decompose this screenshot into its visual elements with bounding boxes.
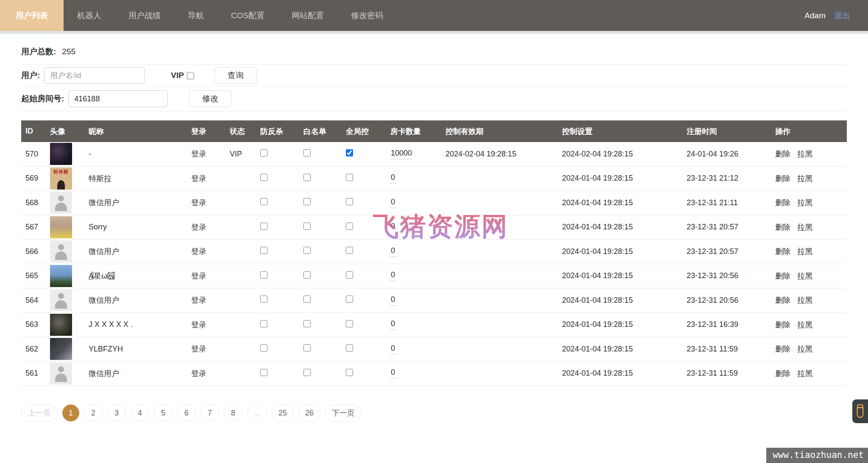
global-control-checkbox[interactable] bbox=[346, 344, 353, 351]
login-link[interactable]: 登录 bbox=[191, 369, 206, 378]
room-cards-value[interactable]: 0 bbox=[390, 198, 396, 208]
floating-tool-button[interactable] bbox=[852, 399, 868, 423]
delete-link[interactable]: 删除 bbox=[775, 296, 790, 304]
global-control-checkbox[interactable] bbox=[346, 320, 353, 327]
delete-link[interactable]: 删除 bbox=[775, 272, 790, 280]
whitelist-checkbox[interactable] bbox=[303, 296, 311, 303]
blacklist-link[interactable]: 拉黑 bbox=[797, 345, 812, 353]
login-link[interactable]: 登录 bbox=[191, 247, 206, 256]
login-link[interactable]: 登录 bbox=[191, 272, 206, 280]
delete-link[interactable]: 删除 bbox=[775, 198, 790, 207]
whitelist-checkbox[interactable] bbox=[303, 344, 311, 351]
blacklist-link[interactable]: 拉黑 bbox=[797, 174, 812, 183]
whitelist-checkbox[interactable] bbox=[303, 369, 311, 376]
user-search-input[interactable] bbox=[44, 67, 145, 84]
room-cards-value[interactable]: 0 bbox=[390, 295, 396, 306]
next-page-button[interactable]: 下一页 bbox=[325, 404, 362, 421]
page-button[interactable]: 6 bbox=[177, 404, 196, 421]
nav-tab[interactable]: COS配置 bbox=[217, 0, 278, 31]
blacklist-link[interactable]: 拉黑 bbox=[797, 296, 812, 304]
avatar bbox=[50, 314, 72, 336]
global-control-checkbox[interactable] bbox=[346, 369, 353, 376]
delete-link[interactable]: 删除 bbox=[775, 150, 790, 158]
anti-kill-checkbox[interactable] bbox=[260, 149, 267, 156]
whitelist-checkbox[interactable] bbox=[303, 149, 311, 156]
blacklist-link[interactable]: 拉黑 bbox=[797, 150, 812, 158]
blacklist-link[interactable]: 拉黑 bbox=[797, 198, 812, 207]
page-button[interactable]: 8 bbox=[224, 404, 242, 421]
whitelist-checkbox[interactable] bbox=[303, 198, 311, 205]
anti-kill-checkbox[interactable] bbox=[260, 296, 267, 303]
global-control-checkbox[interactable] bbox=[346, 223, 353, 230]
global-control-checkbox[interactable] bbox=[346, 271, 353, 279]
blacklist-link[interactable]: 拉黑 bbox=[797, 272, 812, 280]
vip-filter-checkbox[interactable] bbox=[187, 72, 194, 79]
global-control-checkbox[interactable] bbox=[346, 198, 353, 205]
delete-link[interactable]: 删除 bbox=[775, 369, 790, 378]
nav-tab[interactable]: 用户列表 bbox=[0, 0, 64, 31]
blacklist-link[interactable]: 拉黑 bbox=[797, 369, 812, 378]
nav-tab[interactable]: 导航 bbox=[174, 0, 217, 31]
anti-kill-checkbox[interactable] bbox=[260, 223, 267, 230]
whitelist-checkbox[interactable] bbox=[303, 247, 311, 254]
whitelist-checkbox[interactable] bbox=[303, 271, 311, 279]
delete-link[interactable]: 删除 bbox=[775, 321, 790, 329]
room-number-input[interactable] bbox=[68, 90, 168, 107]
global-control-checkbox[interactable] bbox=[346, 296, 353, 303]
blacklist-link[interactable]: 拉黑 bbox=[797, 247, 812, 256]
anti-kill-checkbox[interactable] bbox=[260, 247, 267, 254]
logout-link[interactable]: 退出 bbox=[834, 10, 850, 21]
login-link[interactable]: 登录 bbox=[191, 345, 206, 353]
delete-link[interactable]: 删除 bbox=[775, 247, 790, 256]
nav-tab[interactable]: 网站配置 bbox=[278, 0, 337, 31]
nickname: - bbox=[89, 150, 191, 159]
nav-tab[interactable]: 用户战绩 bbox=[115, 0, 174, 31]
page-button[interactable]: 5 bbox=[154, 404, 172, 421]
page-button[interactable]: 7 bbox=[200, 404, 219, 421]
anti-kill-checkbox[interactable] bbox=[260, 174, 267, 181]
global-control-checkbox[interactable] bbox=[346, 149, 353, 156]
global-control-checkbox[interactable] bbox=[346, 247, 353, 254]
room-cards-value[interactable]: 0 bbox=[390, 319, 396, 330]
delete-link[interactable]: 删除 bbox=[775, 345, 790, 353]
login-link[interactable]: 登录 bbox=[191, 198, 206, 207]
blacklist-link[interactable]: 拉黑 bbox=[797, 321, 812, 329]
room-cards-value[interactable]: 0 bbox=[390, 344, 396, 354]
login-link[interactable]: 登录 bbox=[191, 174, 206, 183]
login-link[interactable]: 登录 bbox=[191, 150, 206, 158]
page-button[interactable]: 1 bbox=[62, 404, 79, 421]
room-cards-value[interactable]: 0 bbox=[390, 368, 396, 379]
global-control-checkbox[interactable] bbox=[346, 174, 353, 181]
room-cards-value[interactable]: 0 bbox=[390, 222, 396, 232]
room-cards-value[interactable]: 0 bbox=[390, 246, 396, 257]
whitelist-checkbox[interactable] bbox=[303, 223, 311, 230]
delete-link[interactable]: 删除 bbox=[775, 223, 790, 232]
anti-kill-checkbox[interactable] bbox=[260, 369, 267, 376]
page-button[interactable]: 4 bbox=[131, 404, 149, 421]
modify-button[interactable]: 修改 bbox=[189, 90, 231, 107]
login-link[interactable]: 登录 bbox=[191, 321, 206, 329]
room-cards-value[interactable]: 0 bbox=[390, 271, 396, 281]
login-link[interactable]: 登录 bbox=[191, 296, 206, 304]
page-button[interactable]: 3 bbox=[107, 404, 126, 421]
nav-tab[interactable]: 修改密码 bbox=[337, 0, 397, 31]
page-button[interactable]: 25 bbox=[272, 404, 294, 421]
anti-kill-checkbox[interactable] bbox=[260, 320, 267, 327]
anti-kill-checkbox[interactable] bbox=[260, 344, 267, 351]
page-button[interactable]: 2 bbox=[84, 404, 103, 421]
whitelist-checkbox[interactable] bbox=[303, 320, 311, 327]
anti-kill-checkbox[interactable] bbox=[260, 271, 267, 279]
login-cell: 登录 bbox=[191, 344, 230, 354]
delete-link[interactable]: 删除 bbox=[775, 174, 790, 183]
room-cards-value[interactable]: 0 bbox=[390, 173, 396, 184]
blacklist-link[interactable]: 拉黑 bbox=[797, 223, 812, 232]
anti-kill-checkbox[interactable] bbox=[260, 198, 267, 205]
query-button[interactable]: 查询 bbox=[214, 67, 257, 84]
login-link[interactable]: 登录 bbox=[191, 223, 206, 232]
global-control-checkbox-cell bbox=[346, 198, 390, 207]
whitelist-checkbox[interactable] bbox=[303, 174, 311, 181]
nav-tab[interactable]: 机器人 bbox=[64, 0, 115, 31]
room-cards-value[interactable]: 10000 bbox=[390, 149, 412, 159]
page-button[interactable]: 26 bbox=[298, 404, 320, 421]
prev-page-button[interactable]: 上一页 bbox=[21, 404, 58, 421]
